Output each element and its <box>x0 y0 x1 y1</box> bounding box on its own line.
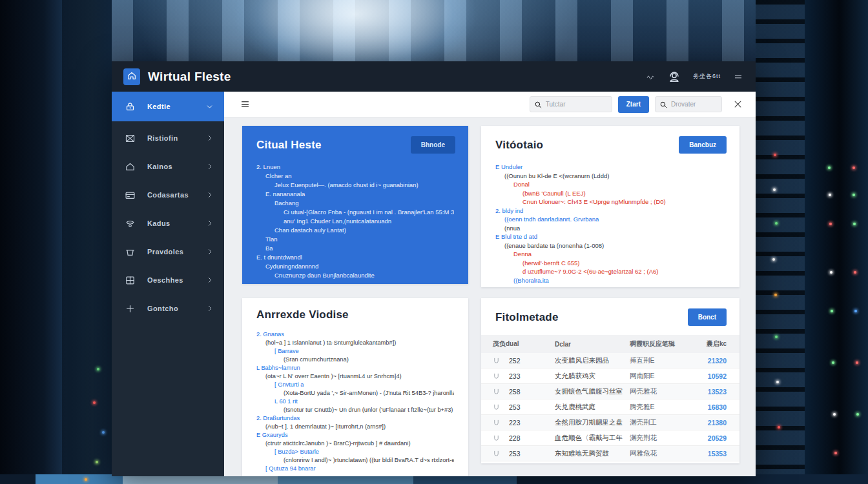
code-line: anu' Ing1 Chuder Lan,(nuntcalatanuadn <box>256 217 454 226</box>
row-status: 网壳雅花 <box>630 387 685 396</box>
sidebar-item[interactable]: Codasartas <box>112 181 224 209</box>
code-line: 2. bldy ind <box>495 207 725 216</box>
close-icon[interactable] <box>733 99 743 109</box>
table-row[interactable]: 253 东知难地无腾贺鼓 网雅危花 15353 <box>481 446 739 461</box>
search-box-1 <box>530 96 612 112</box>
code-line: Ci utual-[Glacro Fnba - (nguaust I im na… <box>256 208 454 217</box>
code-line: (nnua <box>495 224 725 233</box>
panel-fitolmetade: Fitolmetade Bonct 茂负dual Dclar 稠霞职反应笔辑 囊… <box>481 298 739 463</box>
row-name: 次变腊风启来园品 <box>555 356 630 365</box>
code-line: (Sran crnurnchurtznana) <box>256 356 454 364</box>
code-line: E. t dnuntdwandl <box>256 253 454 262</box>
sidebar-item-label: Kainos <box>147 163 172 170</box>
row-number: 258 <box>509 388 521 396</box>
code-block: 2. LnuenClcher anJelux Euenputel—. (amac… <box>242 157 468 280</box>
search-box-2 <box>655 96 722 112</box>
table-row[interactable]: 233 丈允腊获鸡灾 网南阳E 10592 <box>481 368 739 384</box>
house-icon <box>127 70 137 83</box>
led-light <box>829 194 831 196</box>
panel-d-button[interactable]: Bonct <box>688 308 727 326</box>
sidebar-item-label: Kedtie <box>147 103 170 110</box>
led-light <box>856 361 858 364</box>
right-rack-pillar <box>805 0 868 484</box>
code-line: Jelux Euenputel—. (amacdo chust id i~ gu… <box>256 181 454 190</box>
sidebar-item[interactable]: Ristiofin <box>112 124 224 152</box>
sidebar-item[interactable]: Kainos <box>112 152 224 181</box>
code-line: 2. Lnuen <box>256 163 454 172</box>
card-icon <box>125 190 137 201</box>
hamburger-menu-icon[interactable] <box>240 99 251 109</box>
led-light <box>773 188 776 191</box>
code-line: 2. Gnanas <box>256 330 454 339</box>
code-line: Cnun Ulonuer~: Ch43 E <Uprge ngMlunmpfde… <box>495 197 725 207</box>
sidebar-item[interactable]: Gontcho <box>112 294 224 323</box>
row-value[interactable]: 15353 <box>685 450 727 458</box>
code-line: [ Gnvturti a <box>256 381 454 389</box>
row-value[interactable]: 21320 <box>685 357 727 365</box>
code-line: L 60 1 rit <box>256 398 454 406</box>
code-line: (Isnotur tur Cnuttb)~ Un drun (unlor ('u… <box>256 406 454 414</box>
toolbar-action-button[interactable]: Ztart <box>618 96 649 113</box>
led-light <box>85 478 87 481</box>
support-agent-icon[interactable] <box>667 70 681 84</box>
col-header: 茂负dual <box>493 339 555 348</box>
code-line: (herwil'·bernft C 655) <box>495 259 725 268</box>
sidebar-item-label: Ristiofin <box>147 134 178 142</box>
row-name: 丈允腊获鸡灾 <box>555 372 630 381</box>
led-light <box>97 368 99 370</box>
col-header: 囊启kc <box>685 339 727 348</box>
panel-b-button[interactable]: Bancbuz <box>679 136 727 154</box>
led-light <box>834 452 837 454</box>
row-status: 渊壳荆工 <box>630 418 685 427</box>
app-window: Wirtual Fleste 务坐各6tt Kedtie Ristiofin <box>112 61 756 476</box>
row-value[interactable]: 21380 <box>685 419 727 427</box>
code-line: Clcher an <box>256 172 454 181</box>
sidebar-item[interactable]: Oeschhes <box>112 266 224 294</box>
sidebar-item[interactable]: Pravdoles <box>112 237 224 266</box>
led-light <box>853 223 856 225</box>
led-light <box>778 426 780 429</box>
row-value[interactable]: 16830 <box>685 403 727 411</box>
row-number: 253 <box>509 450 521 458</box>
led-light <box>854 271 856 274</box>
squiggle-icon[interactable] <box>645 72 656 81</box>
chevron-down-icon <box>205 103 214 111</box>
table-row[interactable]: 228 血危顺色〈霸戴与工年 渊亮荆花 20529 <box>481 430 739 446</box>
sidebar-item-label: Codasartas <box>147 191 189 199</box>
led-light <box>828 166 831 169</box>
row-number: 233 <box>509 372 521 380</box>
sidebar-item[interactable]: Kadus <box>112 209 224 237</box>
menu-icon[interactable] <box>732 72 744 81</box>
table-row[interactable]: 253 矢兑鹿桃武庭 腾壳雅E 16830 <box>481 399 739 415</box>
chevron-right-icon <box>206 191 214 199</box>
chevron-right-icon <box>206 163 214 170</box>
code-line: [ Qutuza 94 bnarar <box>256 465 454 473</box>
table-row[interactable]: 223 全然用胺刀期腮里之盘 渊壳荆工 21380 <box>481 415 739 430</box>
led-light <box>774 154 776 156</box>
code-line: (ctrutr aticttclrcJanubn )~ BrarC)-rrjtw… <box>256 439 454 448</box>
table-row[interactable]: 252 次变腊风启来园品 搏直荆E 21320 <box>481 353 739 368</box>
led-light <box>775 336 778 338</box>
row-value[interactable]: 13523 <box>685 388 727 396</box>
code-line: Cnuznunzp daun Bunjlanbcalaundite <box>256 271 454 280</box>
panel-title: Anrrexde Viodise <box>256 308 349 321</box>
app-logo[interactable] <box>123 68 140 85</box>
led-light <box>830 271 832 274</box>
panel-a-button[interactable]: Bhnode <box>411 136 455 154</box>
sidebar-item-label: Gontcho <box>147 305 178 312</box>
code-line: E. nanananala <box>256 190 454 199</box>
code-line: (cnlonrirw I andl)~ )rtunclatawn) ((tur … <box>256 456 454 465</box>
table-row[interactable]: 258 女拥镶色气腊腹习丝室 网壳雅花 13523 <box>481 384 739 399</box>
left-rack-slats <box>62 0 112 484</box>
code-block: 2. Gnanas(hol~a ] 1 Islannlanut ) ta·Snt… <box>242 325 468 473</box>
led-light <box>102 431 105 434</box>
sidebar-item[interactable]: Kedtie <box>112 92 224 121</box>
row-name: 血危顺色〈霸戴与工年 <box>555 434 630 443</box>
chevron-right-icon <box>206 276 214 284</box>
code-line: d uzutflume~7 9.0G-2 <(6u-ae~gtelartzal … <box>495 267 725 276</box>
row-value[interactable]: 10592 <box>685 372 727 380</box>
code-line: E Unduler <box>495 163 725 172</box>
row-value[interactable]: 20529 <box>685 434 727 442</box>
code-line: ((enaue bardate ta (nonenha (1-008) <box>495 241 725 250</box>
led-light <box>852 166 855 169</box>
